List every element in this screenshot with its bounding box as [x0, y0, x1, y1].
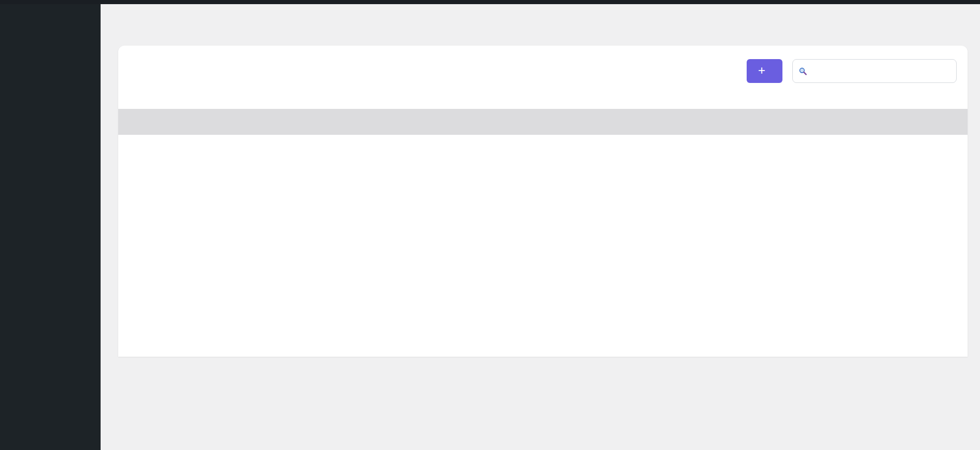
search-services-input[interactable] [810, 65, 951, 77]
add-new-service-button[interactable]: + [747, 59, 782, 83]
services-table [118, 109, 968, 135]
main-content: + [101, 4, 980, 450]
table-header-row [118, 109, 968, 135]
plus-icon: + [758, 64, 765, 77]
search-icon [798, 66, 808, 76]
service-listings-panel: + [118, 46, 968, 357]
page-layout: + [0, 4, 980, 450]
service-booking-submenu [0, 10, 101, 21]
search-box[interactable] [792, 59, 957, 83]
admin-sidebar [0, 4, 101, 450]
admin-top-bar [0, 0, 980, 4]
panel-header: + [118, 59, 968, 83]
